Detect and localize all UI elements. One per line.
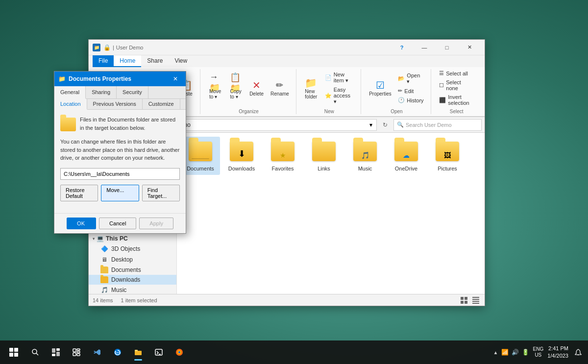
sidebar-item-desktop-pc[interactable]: 🖥 Desktop <box>89 254 176 265</box>
dialog-ok-button[interactable]: OK <box>67 218 96 229</box>
dialog-tab-general[interactable]: General <box>54 86 86 99</box>
dialog-subtab-location[interactable]: Location <box>54 99 87 110</box>
links-label: Links <box>318 165 330 172</box>
taskbar-explorer-button[interactable] <box>128 342 148 362</box>
taskbar-vscode-button[interactable] <box>87 342 107 362</box>
taskbar-firefox-button[interactable] <box>170 342 189 362</box>
open-button[interactable]: 📂 Open ▾ <box>395 72 427 86</box>
dialog-tab-security[interactable]: Security <box>117 86 148 98</box>
move-to-icon: →📁 <box>209 77 221 89</box>
tray-up-icon[interactable]: ▲ <box>493 350 498 355</box>
svg-rect-16 <box>52 354 55 356</box>
status-bar: 14 items 1 item selected <box>89 294 485 306</box>
invert-selection-button[interactable]: ⬛ Invert selection <box>436 93 477 107</box>
svg-rect-20 <box>77 351 80 353</box>
tab-home[interactable]: Home <box>114 55 141 67</box>
maximize-button[interactable]: □ <box>436 40 458 55</box>
new-item-button[interactable]: 📄 New item ▾ <box>322 71 357 85</box>
tab-view[interactable]: View <box>169 55 193 67</box>
svg-rect-4 <box>472 297 479 298</box>
select-group: ☰ Select all ☐ Select none ⬛ Invert sele… <box>432 69 481 114</box>
delete-icon: ✕ <box>251 79 263 91</box>
dialog-close-button[interactable]: ✕ <box>169 73 182 85</box>
minimize-button[interactable]: — <box>413 40 436 55</box>
search-box[interactable]: 🔍 Search User Demo <box>393 119 482 131</box>
help-button[interactable]: ? <box>391 40 413 55</box>
easy-access-button[interactable]: ⭐ Easy access ▾ <box>322 86 357 106</box>
start-button[interactable] <box>4 342 24 362</box>
svg-point-12 <box>32 349 37 354</box>
select-all-button[interactable]: ☰ Select all <box>436 69 471 77</box>
copy-to-button[interactable]: 📋📁 Copyto ▾ <box>226 75 245 101</box>
dialog-tab-sharing[interactable]: Sharing <box>86 86 117 98</box>
dialog-path-input[interactable] <box>60 168 180 180</box>
tab-share[interactable]: Share <box>141 55 169 67</box>
file-item-links[interactable]: Links <box>304 137 343 175</box>
tab-file[interactable]: File <box>93 55 114 67</box>
sidebar-item-downloads-pc[interactable]: Downloads <box>89 275 176 285</box>
open-label: Open <box>391 108 402 114</box>
rename-icon: ✏ <box>274 79 286 91</box>
search-placeholder: Search User Demo <box>406 122 452 128</box>
taskbar-search-button[interactable] <box>25 342 45 362</box>
sidebar-item-music-pc[interactable]: 🎵 Music <box>89 285 176 294</box>
move-button[interactable]: Move... <box>101 185 139 201</box>
file-item-favorites[interactable]: ★ Favorites <box>263 137 302 175</box>
taskbar-taskview-button[interactable] <box>46 342 66 362</box>
addr-dropdown-icon[interactable]: ▾ <box>369 121 372 128</box>
details-view-button[interactable] <box>471 295 481 305</box>
this-pc-header[interactable]: ▾ 💻 This PC <box>89 234 176 243</box>
organize-buttons: →📁 Moveto ▾ 📋📁 Copyto ▾ ✕ Delete ✏ <box>205 69 292 107</box>
svg-rect-8 <box>9 348 13 352</box>
sidebar-item-documents-pc[interactable]: Documents <box>89 265 176 275</box>
file-item-pictures[interactable]: 🖼 Pictures <box>428 137 467 175</box>
find-target-button[interactable]: Find Target... <box>142 185 180 201</box>
file-item-music[interactable]: 🎵 Music <box>345 137 385 175</box>
time-display: 2:41 PM <box>547 345 568 352</box>
notification-button[interactable] <box>572 346 584 358</box>
delete-button[interactable]: ✕ Delete <box>246 77 267 98</box>
svg-rect-3 <box>465 301 467 304</box>
rename-button[interactable]: ✏ Rename <box>268 77 292 98</box>
file-item-onedrive[interactable]: ☁ OneDrive <box>387 137 426 175</box>
taskbar-widgets-button[interactable] <box>67 342 86 362</box>
dialog-cancel-button[interactable]: Cancel <box>99 218 136 229</box>
desktop-pc-icon: 🖥 <box>100 256 108 264</box>
history-button[interactable]: 🕐 History <box>395 96 427 104</box>
new-folder-button[interactable]: 📁 Newfolder <box>301 75 321 101</box>
battery-icon[interactable]: 🔋 <box>522 349 529 356</box>
svg-rect-25 <box>135 351 142 355</box>
large-icons-view-button[interactable] <box>459 295 469 305</box>
sidebar-item-3d-objects[interactable]: 🔷 3D Objects <box>89 243 176 254</box>
select-none-button[interactable]: ☐ Select none <box>436 78 477 92</box>
restore-default-button[interactable]: Restore Default <box>60 185 98 201</box>
file-item-downloads[interactable]: ⬇ Downloads <box>222 137 261 175</box>
date-display: 1/4/2023 <box>547 352 568 360</box>
language-indicator[interactable]: ENGUS <box>533 346 544 358</box>
dialog-subtab-customize[interactable]: Customize <box>143 99 180 109</box>
dialog-info-box: Files in the Documents folder are stored… <box>60 116 180 132</box>
network-icon[interactable]: 📶 <box>501 349 509 356</box>
this-pc-label: This PC <box>106 235 128 242</box>
move-to-button[interactable]: →📁 Moveto ▾ <box>205 75 225 101</box>
dialog-apply-button[interactable]: Apply <box>139 218 173 229</box>
dialog-subtab-previous-versions[interactable]: Previous Versions <box>87 99 143 109</box>
close-button[interactable]: ✕ <box>458 40 481 55</box>
file-item-documents[interactable]: Documents <box>181 137 220 175</box>
svg-rect-21 <box>73 353 76 356</box>
properties-button[interactable]: ☑ Properties <box>366 77 394 98</box>
refresh-button[interactable]: ↻ <box>379 119 392 131</box>
system-clock[interactable]: 2:41 PM 1/4/2023 <box>547 345 568 360</box>
select-all-icon: ☰ <box>439 70 444 76</box>
music-pc-icon: 🎵 <box>100 286 108 294</box>
links-file-icon <box>312 140 336 163</box>
title-bar-icon: 📁 <box>93 44 100 51</box>
taskbar-terminal-button[interactable] <box>149 342 169 362</box>
selected-count: 1 item selected <box>121 297 157 303</box>
speaker-icon[interactable]: 🔊 <box>512 349 519 356</box>
onedrive-label: OneDrive <box>395 165 417 172</box>
title-bar-title: User Demo <box>116 45 144 50</box>
edit-button[interactable]: ✏ Edit <box>395 87 427 95</box>
file-grid: Documents ⬇ Downloads <box>181 137 481 175</box>
taskbar-edge-button[interactable] <box>108 342 127 362</box>
